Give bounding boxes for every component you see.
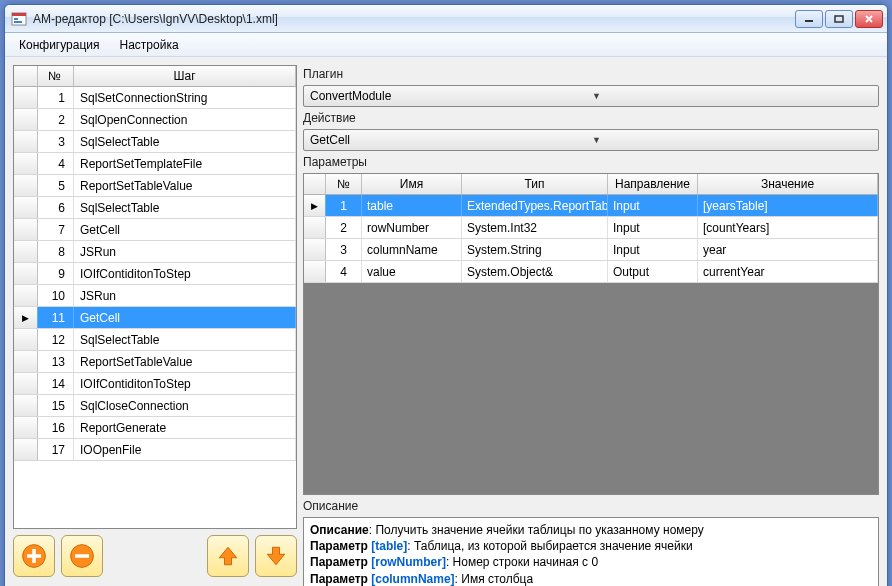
param-row[interactable]: 4valueSystem.Object&OutputcurrentYear <box>304 261 878 283</box>
param-dir: Input <box>608 239 698 260</box>
step-row[interactable]: 6SqlSelectTable <box>14 197 296 219</box>
step-num: 11 <box>38 307 74 328</box>
svg-rect-2 <box>14 18 18 20</box>
row-selector[interactable]: ▶ <box>304 195 326 216</box>
row-selector[interactable] <box>14 395 38 416</box>
step-row[interactable]: 7GetCell <box>14 219 296 241</box>
maximize-button[interactable] <box>825 10 853 28</box>
steps-header-step[interactable]: Шаг <box>74 66 296 86</box>
row-selector[interactable] <box>14 439 38 460</box>
step-num: 15 <box>38 395 74 416</box>
step-row[interactable]: 9IOIfContiditonToStep <box>14 263 296 285</box>
desc-title-label: Описание <box>310 523 369 537</box>
row-selector[interactable] <box>304 217 326 238</box>
step-row[interactable]: 2SqlOpenConnection <box>14 109 296 131</box>
row-selector[interactable] <box>14 329 38 350</box>
svg-rect-1 <box>12 13 26 16</box>
row-selector[interactable] <box>14 109 38 130</box>
step-row[interactable]: 1SqlSetConnectionString <box>14 87 296 109</box>
step-row[interactable]: 8JSRun <box>14 241 296 263</box>
params-grid[interactable]: № Имя Тип Направление Значение ▶1tableEx… <box>303 173 879 495</box>
menu-settings[interactable]: Настройка <box>110 35 189 55</box>
step-name: JSRun <box>74 241 296 262</box>
move-up-button[interactable] <box>207 535 249 577</box>
params-label: Параметры <box>303 153 879 171</box>
row-selector[interactable] <box>14 417 38 438</box>
step-row[interactable]: 3SqlSelectTable <box>14 131 296 153</box>
params-header-dir[interactable]: Направление <box>608 174 698 194</box>
params-header-val[interactable]: Значение <box>698 174 878 194</box>
step-row[interactable]: 17IOOpenFile <box>14 439 296 461</box>
step-row[interactable]: 13ReportSetTableValue <box>14 351 296 373</box>
step-num: 5 <box>38 175 74 196</box>
param-row[interactable]: ▶1tableExtendedTypes.ReportTableInput[ye… <box>304 195 878 217</box>
step-name: IOIfContiditonToStep <box>74 263 296 284</box>
step-name: IOIfContiditonToStep <box>74 373 296 394</box>
step-row[interactable]: 14IOIfContiditonToStep <box>14 373 296 395</box>
steps-header-num[interactable]: № <box>38 66 74 86</box>
step-row[interactable]: 4ReportSetTemplateFile <box>14 153 296 175</box>
window-buttons <box>795 10 883 28</box>
param-row[interactable]: 3columnNameSystem.StringInputyear <box>304 239 878 261</box>
row-selector[interactable] <box>14 219 38 240</box>
row-selector[interactable] <box>14 351 38 372</box>
step-row[interactable]: 16ReportGenerate <box>14 417 296 439</box>
row-selector[interactable] <box>304 239 326 260</box>
row-selector[interactable] <box>14 131 38 152</box>
step-row[interactable]: 10JSRun <box>14 285 296 307</box>
desc-label: Описание <box>303 497 879 515</box>
row-selector[interactable] <box>14 241 38 262</box>
add-step-button[interactable] <box>13 535 55 577</box>
row-selector[interactable] <box>14 285 38 306</box>
action-combo[interactable]: GetCell ▼ <box>303 129 879 151</box>
step-name: ReportGenerate <box>74 417 296 438</box>
menubar: Конфигурация Настройка <box>5 33 887 57</box>
svg-rect-3 <box>14 21 22 23</box>
param-type: System.String <box>462 239 608 260</box>
step-name: ReportSetTableValue <box>74 175 296 196</box>
param-val: [yearsTable] <box>698 195 878 216</box>
plugin-combo[interactable]: ConvertModule ▼ <box>303 85 879 107</box>
param-row[interactable]: 2rowNumberSystem.Int32Input[countYears] <box>304 217 878 239</box>
step-num: 16 <box>38 417 74 438</box>
params-body: ▶1tableExtendedTypes.ReportTableInput[ye… <box>304 195 878 494</box>
step-row[interactable]: 15SqlCloseConnection <box>14 395 296 417</box>
row-selector[interactable] <box>14 197 38 218</box>
action-label: Действие <box>303 109 879 127</box>
step-num: 4 <box>38 153 74 174</box>
step-row[interactable]: 5ReportSetTableValue <box>14 175 296 197</box>
remove-step-button[interactable] <box>61 535 103 577</box>
param-type: System.Object& <box>462 261 608 282</box>
steps-grid[interactable]: № Шаг 1SqlSetConnectionString2SqlOpenCon… <box>13 65 297 529</box>
desc-line: Параметр [rowNumber]: Номер строки начин… <box>310 554 872 570</box>
steps-header: № Шаг <box>14 66 296 87</box>
row-selector[interactable] <box>14 153 38 174</box>
svg-rect-8 <box>27 554 41 558</box>
row-selector[interactable] <box>304 261 326 282</box>
chevron-down-icon: ▼ <box>592 135 874 145</box>
params-header-type[interactable]: Тип <box>462 174 608 194</box>
close-button[interactable] <box>855 10 883 28</box>
move-down-button[interactable] <box>255 535 297 577</box>
params-header-num[interactable]: № <box>326 174 362 194</box>
step-row[interactable]: ▶11GetCell <box>14 307 296 329</box>
param-val: currentYear <box>698 261 878 282</box>
step-name: SqlCloseConnection <box>74 395 296 416</box>
step-name: GetCell <box>74 219 296 240</box>
param-name: table <box>362 195 462 216</box>
step-num: 13 <box>38 351 74 372</box>
row-selector[interactable] <box>14 87 38 108</box>
menu-config[interactable]: Конфигурация <box>9 35 110 55</box>
step-name: ReportSetTableValue <box>74 351 296 372</box>
step-name: SqlSetConnectionString <box>74 87 296 108</box>
param-num: 2 <box>326 217 362 238</box>
row-selector[interactable]: ▶ <box>14 307 38 328</box>
row-selector[interactable] <box>14 175 38 196</box>
row-selector[interactable] <box>14 263 38 284</box>
row-selector[interactable] <box>14 373 38 394</box>
titlebar[interactable]: АМ-редактор [C:\Users\IgnVV\Desktop\1.xm… <box>5 5 887 33</box>
minimize-button[interactable] <box>795 10 823 28</box>
step-row[interactable]: 12SqlSelectTable <box>14 329 296 351</box>
params-header-name[interactable]: Имя <box>362 174 462 194</box>
desc-line: Параметр [table]: Таблица, из которой вы… <box>310 538 872 554</box>
